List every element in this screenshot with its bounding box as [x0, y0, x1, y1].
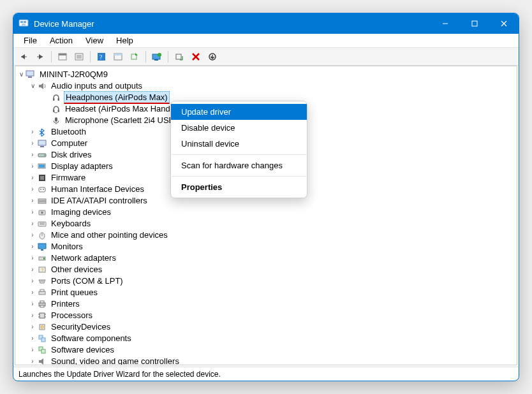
category-icon [37, 219, 47, 229]
menu-file[interactable]: File [17, 34, 43, 47]
category-node[interactable]: ›Print queues [17, 287, 513, 298]
menu-view[interactable]: View [79, 34, 110, 47]
svg-rect-43 [40, 176, 44, 180]
window-title: Device Manager [34, 19, 431, 29]
svg-rect-19 [114, 54, 122, 55]
menu-action[interactable]: Action [43, 34, 79, 47]
chevron-down-icon[interactable]: ∨ [28, 82, 37, 91]
properties-button[interactable] [71, 50, 87, 64]
show-hide-tree-button[interactable] [55, 50, 70, 64]
chevron-right-icon[interactable]: › [28, 323, 37, 332]
chevron-right-icon[interactable]: › [28, 219, 37, 228]
back-button[interactable] [16, 50, 31, 64]
help-button[interactable]: ? [94, 50, 109, 64]
category-node[interactable]: ›Imaging devices [17, 207, 513, 218]
category-icon [37, 207, 47, 217]
category-label: Audio inputs and outputs [50, 80, 144, 92]
chevron-right-icon[interactable]: › [28, 208, 37, 217]
enable-device-button[interactable] [127, 50, 142, 64]
category-icon [37, 161, 47, 171]
microphone-icon [51, 115, 61, 126]
chevron-right-icon[interactable]: › [28, 139, 37, 148]
ctx-disable-device[interactable]: Disable device [171, 120, 307, 136]
chevron-right-icon[interactable]: › [28, 346, 37, 354]
category-node[interactable]: ›Printers [17, 298, 513, 310]
chevron-right-icon[interactable]: › [28, 128, 37, 136]
category-node[interactable]: ›?Other devices [17, 264, 513, 275]
svg-rect-5 [472, 21, 477, 26]
svg-rect-31 [58, 98, 60, 101]
headphones-icon [51, 92, 61, 103]
window-controls [431, 13, 519, 34]
svg-rect-56 [38, 244, 46, 249]
chevron-right-icon[interactable]: › [28, 196, 37, 205]
category-icon [37, 184, 47, 194]
svg-rect-3 [22, 24, 26, 26]
chevron-right-icon[interactable]: › [28, 173, 37, 182]
chevron-right-icon[interactable]: › [28, 334, 37, 343]
chevron-down-icon[interactable]: ∨ [17, 70, 26, 79]
disable-device-button[interactable] [172, 50, 187, 64]
chevron-right-icon[interactable]: › [28, 150, 37, 159]
forward-button[interactable] [33, 50, 48, 64]
category-node[interactable]: ›Keyboards [17, 218, 513, 230]
titlebar: Device Manager [13, 13, 519, 34]
computer-icon [26, 69, 36, 80]
svg-point-39 [44, 155, 45, 156]
chevron-right-icon[interactable]: › [28, 231, 37, 240]
category-label: Other devices [50, 264, 103, 275]
category-node[interactable]: ›Network adapters [17, 252, 513, 264]
svg-rect-36 [38, 140, 46, 145]
svg-rect-80 [41, 349, 45, 353]
root-node[interactable]: ∨ MININT-J2R0QM9 [17, 69, 513, 80]
ctx-properties[interactable]: Properties [171, 179, 307, 195]
category-node[interactable]: ›Monitors [17, 241, 513, 252]
context-menu: Update driver Disable device Uninstall d… [170, 101, 307, 198]
chevron-right-icon[interactable]: › [28, 185, 37, 194]
device-manager-window: Device Manager File Action View Help [13, 13, 519, 381]
chevron-right-icon[interactable]: › [28, 265, 37, 274]
category-node[interactable]: ›Software devices [17, 344, 513, 356]
ctx-scan-hardware[interactable]: Scan for hardware changes [171, 157, 307, 173]
chevron-right-icon[interactable]: › [28, 254, 37, 263]
add-legacy-hardware-button[interactable] [205, 50, 220, 64]
category-icon [37, 345, 47, 355]
svg-point-63 [41, 281, 43, 282]
category-label: Display adapters [50, 161, 114, 172]
chevron-right-icon[interactable]: › [28, 277, 37, 286]
maximize-button[interactable] [460, 13, 489, 34]
category-node[interactable]: ›SecurityDevices [17, 321, 513, 333]
category-node[interactable]: ›Sound, video and game controllers [17, 356, 513, 365]
svg-point-45 [40, 189, 41, 190]
chevron-right-icon[interactable]: › [28, 357, 37, 365]
chevron-right-icon[interactable]: › [28, 162, 37, 171]
category-node[interactable]: ›Ports (COM & LPT) [17, 275, 513, 287]
chevron-right-icon[interactable]: › [28, 288, 37, 297]
category-audio[interactable]: ∨ Audio inputs and outputs [17, 80, 513, 92]
chevron-right-icon[interactable]: › [28, 311, 37, 320]
svg-text:?: ? [41, 267, 44, 273]
chevron-right-icon[interactable]: › [28, 242, 37, 251]
category-node[interactable]: ›Processors [17, 310, 513, 321]
update-driver-button[interactable] [149, 50, 165, 64]
svg-rect-41 [39, 164, 45, 168]
uninstall-device-button[interactable] [188, 50, 203, 64]
minimize-button[interactable] [431, 13, 460, 34]
svg-rect-47 [38, 199, 46, 201]
svg-point-64 [43, 281, 44, 282]
category-node[interactable]: ›Mice and other pointing devices [17, 230, 513, 241]
chevron-right-icon[interactable]: › [28, 300, 37, 309]
category-label: Software components [50, 333, 133, 344]
ctx-uninstall-device[interactable]: Uninstall device [171, 136, 307, 152]
menu-help[interactable]: Help [110, 34, 140, 47]
category-node[interactable]: ›Software components [17, 333, 513, 344]
ctx-separator [172, 176, 306, 177]
svg-rect-24 [176, 54, 181, 59]
close-button[interactable] [489, 13, 519, 34]
category-icon: ? [37, 265, 47, 275]
scan-hardware-button[interactable] [110, 50, 126, 64]
svg-rect-69 [40, 305, 44, 307]
status-text: Launches the Update Driver Wizard for th… [18, 370, 221, 379]
svg-rect-57 [41, 249, 43, 251]
ctx-update-driver[interactable]: Update driver [171, 104, 307, 120]
